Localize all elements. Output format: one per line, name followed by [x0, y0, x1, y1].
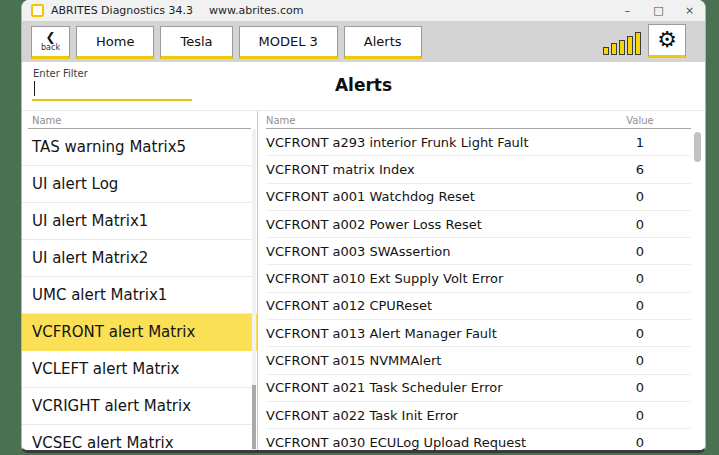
- filter-label: Enter Filter: [33, 68, 88, 79]
- window-controls: – □ ×: [612, 0, 705, 21]
- row-value: 1: [615, 135, 665, 150]
- row-name: VCFRONT a030 ECULog Upload Request: [266, 435, 615, 450]
- table-row[interactable]: VCFRONT a021 Task Scheduler Error 0: [266, 375, 691, 402]
- back-button[interactable]: ❮ back: [31, 26, 70, 59]
- list-item[interactable]: VCRIGHT alert Matrix: [22, 388, 257, 425]
- filter-input[interactable]: [32, 79, 192, 101]
- table-row[interactable]: VCFRONT a293 interior Frunk Light Fault …: [266, 129, 691, 156]
- list-item[interactable]: UMC alert Matrix1: [22, 277, 257, 314]
- list-item[interactable]: UI alert Matrix2: [22, 240, 257, 277]
- left-scrollbar-thumb[interactable]: [252, 385, 256, 449]
- tab-tesla[interactable]: Tesla: [160, 26, 232, 59]
- column-header-value: Value: [615, 115, 665, 126]
- minimize-button[interactable]: –: [612, 0, 643, 21]
- row-value: 0: [615, 298, 665, 313]
- left-column-header-name: Name: [28, 111, 251, 129]
- row-value: 0: [615, 271, 665, 286]
- back-label: back: [41, 44, 60, 52]
- row-name: VCFRONT a293 interior Frunk Light Fault: [266, 135, 615, 150]
- table-row[interactable]: VCFRONT a022 Task Init Error 0: [266, 402, 691, 429]
- close-button[interactable]: ×: [674, 0, 705, 21]
- table-row[interactable]: VCFRONT a013 Alert Manager Fault 0: [266, 320, 691, 347]
- row-value: 0: [615, 244, 665, 259]
- table-row[interactable]: VCFRONT a015 NVMMAlert 0: [266, 347, 691, 374]
- right-column-headers: Name Value: [266, 111, 691, 129]
- list-item[interactable]: UI alert Matrix1: [22, 203, 257, 240]
- table-row[interactable]: VCFRONT matrix Index 6: [266, 156, 691, 183]
- list-item-selected[interactable]: VCFRONT alert Matrix: [22, 314, 257, 351]
- maximize-button[interactable]: □: [643, 0, 674, 21]
- signal-strength-icon: [603, 32, 641, 55]
- row-value: 0: [615, 408, 665, 423]
- right-scrollbar-thumb[interactable]: [694, 132, 701, 162]
- list-item[interactable]: VCLEFT alert Matrix: [22, 351, 257, 388]
- window-title-url: www.abrites.com: [209, 4, 304, 17]
- row-name: VCFRONT a022 Task Init Error: [266, 408, 615, 423]
- app-window: ABRITES Diagnostics 34.3 www.abrites.com…: [21, 0, 706, 453]
- row-name: VCFRONT a021 Task Scheduler Error: [266, 380, 615, 395]
- row-name: VCFRONT matrix Index: [266, 162, 615, 177]
- page-title: Alerts: [335, 75, 392, 95]
- settings-button[interactable]: ⚙: [648, 24, 686, 58]
- row-name: VCFRONT a003 SWAssertion: [266, 244, 615, 259]
- main-content: Name TAS warning Matrix5 UI alert Log UI…: [22, 111, 705, 450]
- row-name: VCFRONT a012 CPUReset: [266, 298, 615, 313]
- tab-home[interactable]: Home: [76, 26, 154, 59]
- tab-model-3[interactable]: MODEL 3: [239, 26, 338, 59]
- row-name: VCFRONT a015 NVMMAlert: [266, 353, 615, 368]
- row-value: 0: [615, 326, 665, 341]
- row-value: 0: [615, 435, 665, 450]
- left-scrollbar: [252, 129, 256, 450]
- table-row[interactable]: VCFRONT a010 Ext Supply Volt Error 0: [266, 265, 691, 292]
- window-title: ABRITES Diagnostics 34.3: [51, 4, 193, 17]
- column-header-name: Name: [266, 115, 615, 126]
- row-value: 0: [615, 217, 665, 232]
- row-value: 0: [615, 353, 665, 368]
- text-caret: [34, 81, 35, 96]
- chevron-left-icon: ❮: [45, 31, 55, 43]
- row-value: 6: [615, 162, 665, 177]
- row-value: 0: [615, 189, 665, 204]
- table-row[interactable]: VCFRONT a003 SWAssertion 0: [266, 238, 691, 265]
- gear-icon: ⚙: [657, 29, 677, 51]
- row-name: VCFRONT a013 Alert Manager Fault: [266, 326, 615, 341]
- alert-groups-panel: Name TAS warning Matrix5 UI alert Log UI…: [22, 111, 257, 450]
- row-name: VCFRONT a002 Power Loss Reset: [266, 217, 615, 232]
- table-row[interactable]: VCFRONT a030 ECULog Upload Request 0: [266, 429, 691, 450]
- title-bar: ABRITES Diagnostics 34.3 www.abrites.com…: [22, 0, 705, 22]
- row-name: VCFRONT a010 Ext Supply Volt Error: [266, 271, 615, 286]
- list-item[interactable]: UI alert Log: [22, 166, 257, 203]
- table-row[interactable]: VCFRONT a002 Power Loss Reset 0: [266, 211, 691, 238]
- nav-bar: ❮ back Home Tesla MODEL 3 Alerts ⚙: [22, 22, 705, 62]
- app-logo-icon: [31, 4, 44, 17]
- tab-alerts[interactable]: Alerts: [344, 26, 422, 59]
- table-row[interactable]: VCFRONT a012 CPUReset 0: [266, 293, 691, 320]
- alert-values-panel: Name Value VCFRONT a293 interior Frunk L…: [257, 111, 705, 450]
- filter-bar: Enter Filter Alerts: [22, 62, 705, 111]
- row-name: VCFRONT a001 Watchdog Reset: [266, 189, 615, 204]
- table-row[interactable]: VCFRONT a001 Watchdog Reset 0: [266, 184, 691, 211]
- row-value: 0: [615, 380, 665, 395]
- list-item[interactable]: VCSEC alert Matrix: [22, 425, 257, 450]
- list-item[interactable]: TAS warning Matrix5: [22, 129, 257, 166]
